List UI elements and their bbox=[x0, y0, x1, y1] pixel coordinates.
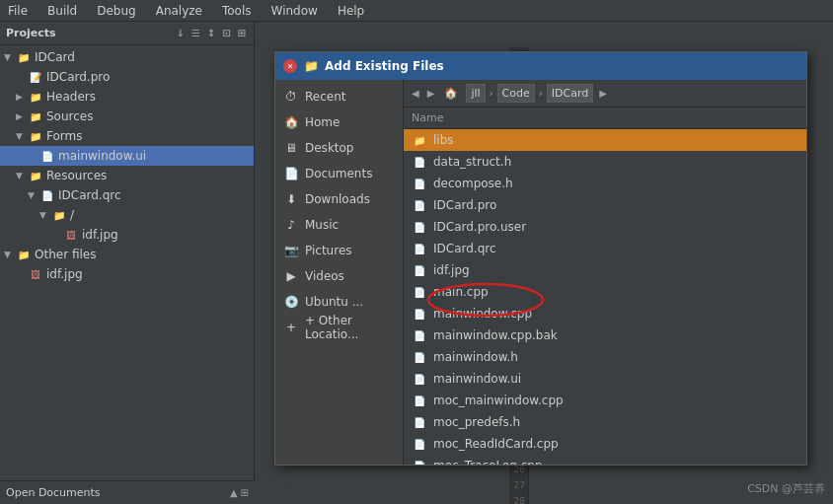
tree-item-resources[interactable]: ▼ 📁 Resources bbox=[0, 166, 254, 185]
dialog-files: ◀ ▶ 🏠 jll › Code › IDCard ▶ Name bbox=[404, 80, 806, 465]
file-item-idcard-qrc[interactable]: 📄 IDCard.qrc bbox=[404, 238, 806, 259]
file-item-mainwindow-cpp[interactable]: 📄 mainwindow.cpp bbox=[404, 303, 806, 324]
folder-icon: 📁 bbox=[28, 109, 43, 123]
file-item-idcard-pro-user[interactable]: 📄 IDCard.pro.user bbox=[404, 216, 806, 238]
tree-item-idf-jpg-res[interactable]: 🖼 idf.jpg bbox=[0, 225, 254, 245]
tree-label: Resources bbox=[46, 169, 107, 182]
panel-icon-3[interactable]: ↕ bbox=[205, 27, 217, 39]
file-name: moc_TraceLog.cpp bbox=[433, 459, 543, 465]
tree-item-sources[interactable]: ▶ 📁 Sources bbox=[0, 107, 254, 126]
file-name: moc_mainwindow.cpp bbox=[433, 394, 564, 407]
panel-icon-1[interactable]: ↓ bbox=[174, 27, 186, 39]
nav-item-music[interactable]: ♪ Music bbox=[275, 212, 403, 238]
file-icon: 📄 bbox=[412, 394, 427, 407]
file-item-idcard-pro[interactable]: 📄 IDCard.pro bbox=[404, 194, 806, 216]
menu-tools[interactable]: Tools bbox=[218, 4, 256, 18]
nav-label-desktop: Desktop bbox=[305, 141, 354, 155]
tree-label: mainwindow.ui bbox=[58, 149, 146, 163]
tree-item-idcard-pro[interactable]: 📝 IDCard.pro bbox=[0, 67, 254, 87]
nav-item-videos[interactable]: ▶ Videos bbox=[275, 263, 403, 289]
panel-icon-4[interactable]: ⊡ bbox=[220, 27, 232, 39]
tree-label: IDCard.pro bbox=[46, 70, 110, 84]
menu-build[interactable]: Build bbox=[43, 4, 81, 18]
file-item-mainwindow-cpp-bak[interactable]: 📄 mainwindow.cpp.bak bbox=[404, 324, 806, 346]
panel-header: Projects ↓ ☰ ↕ ⊡ ⊞ bbox=[0, 22, 254, 45]
nav-item-other-locations[interactable]: + + Other Locatio... bbox=[275, 315, 403, 340]
file-item-mainwindow-ui[interactable]: 📄 mainwindow.ui bbox=[404, 368, 806, 390]
nav-item-desktop[interactable]: 🖥 Desktop bbox=[275, 135, 403, 161]
file-item-libs[interactable]: 📁 libs bbox=[404, 129, 806, 151]
file-icon: 📄 bbox=[412, 177, 427, 190]
nav-item-ubuntu[interactable]: 💿 Ubuntu ... bbox=[275, 289, 403, 315]
nav-item-documents[interactable]: 📄 Documents bbox=[275, 161, 403, 186]
menu-debug[interactable]: Debug bbox=[93, 4, 139, 18]
bottom-icon-grid[interactable]: ⊞ bbox=[241, 487, 249, 498]
breadcrumb-back[interactable]: ◀ bbox=[410, 86, 421, 101]
panel-icon-2[interactable]: ☰ bbox=[189, 27, 202, 39]
breadcrumb-code[interactable]: Code bbox=[497, 84, 535, 103]
menu-file[interactable]: File bbox=[4, 4, 32, 18]
folder-icon: 📁 bbox=[28, 90, 43, 104]
jpg-icon: 🖼 bbox=[63, 228, 79, 242]
file-icon: 📄 bbox=[412, 437, 427, 451]
file-item-idf-jpg[interactable]: 📄 idf.jpg bbox=[404, 259, 806, 281]
menu-bar: File Build Debug Analyze Tools Window He… bbox=[0, 0, 833, 22]
tree-arrow: ▶ bbox=[16, 92, 28, 102]
pro-icon: 📝 bbox=[28, 70, 43, 84]
breadcrumb-next[interactable]: ▶ bbox=[597, 86, 609, 101]
tree-item-forms[interactable]: ▼ 📁 Forms bbox=[0, 126, 254, 146]
jpg-file-icon: 📄 bbox=[412, 263, 427, 277]
file-icon: 📄 bbox=[412, 459, 427, 465]
tree-item-idcard-root[interactable]: ▼ 📁 IDCard bbox=[0, 47, 254, 67]
file-item-moc-readidcard-cpp[interactable]: 📄 moc_ReadIdCard.cpp bbox=[404, 433, 806, 455]
tree-arrow: ▼ bbox=[4, 250, 16, 259]
panel-icon-5[interactable]: ⊞ bbox=[236, 27, 248, 39]
menu-window[interactable]: Window bbox=[267, 4, 322, 18]
nav-item-home[interactable]: 🏠 Home bbox=[275, 109, 403, 135]
nav-item-recent[interactable]: ⏱ Recent bbox=[275, 84, 403, 109]
menu-analyze[interactable]: Analyze bbox=[152, 4, 206, 18]
file-item-decompose-h[interactable]: 📄 decompose.h bbox=[404, 173, 806, 194]
file-item-moc-mainwindow-cpp[interactable]: 📄 moc_mainwindow.cpp bbox=[404, 390, 806, 411]
main-layout: Projects ↓ ☰ ↕ ⊡ ⊞ ▼ 📁 IDCard 📝 IDCard.p… bbox=[0, 22, 833, 504]
file-item-mainwindow-h[interactable]: 📄 mainwindow.h bbox=[404, 346, 806, 368]
breadcrumb-forward[interactable]: ▶ bbox=[425, 86, 437, 101]
file-list-header: Name bbox=[404, 108, 806, 129]
file-icon: 📄 bbox=[412, 307, 427, 321]
music-icon: ♪ bbox=[283, 217, 299, 233]
dialog-folder-icon: 📁 bbox=[303, 58, 319, 74]
file-item-moc-predefs-h[interactable]: 📄 moc_predefs.h bbox=[404, 411, 806, 433]
tree-label: Sources bbox=[46, 109, 93, 123]
menu-help[interactable]: Help bbox=[334, 4, 368, 18]
nav-item-downloads[interactable]: ⬇ Downloads bbox=[275, 186, 403, 212]
nav-label-pictures: Pictures bbox=[305, 244, 352, 257]
tree-item-headers[interactable]: ▶ 📁 Headers bbox=[0, 87, 254, 107]
breadcrumb-jll[interactable]: jll bbox=[466, 84, 485, 103]
file-icon: 📄 bbox=[412, 242, 427, 255]
file-name: moc_ReadIdCard.cpp bbox=[433, 437, 559, 451]
file-item-moc-tracelog-cpp[interactable]: 📄 moc_TraceLog.cpp bbox=[404, 455, 806, 465]
add-existing-files-dialog: ✕ 📁 Add Existing Files ⏱ Recent 🏠 Home bbox=[274, 51, 807, 466]
ubuntu-icon: 💿 bbox=[283, 294, 299, 310]
tree-item-mainwindow-ui[interactable]: 📄 mainwindow.ui bbox=[0, 146, 254, 166]
file-name-idf-jpg: idf.jpg bbox=[433, 263, 470, 277]
tree-arrow: ▶ bbox=[16, 111, 28, 121]
file-item-main-cpp[interactable]: 📄 main.cpp bbox=[404, 281, 806, 303]
file-item-data-struct-h[interactable]: 📄 data_struct.h bbox=[404, 151, 806, 173]
tree-label: Headers bbox=[46, 90, 96, 104]
folder-icon: 📁 bbox=[28, 129, 43, 143]
right-panel: Th 1 2 3 4 5 6 7 8 9 10 11 12 13 14 15 1… bbox=[255, 22, 833, 504]
dialog-close-button[interactable]: ✕ bbox=[283, 59, 297, 73]
tree-item-idcard-qrc[interactable]: ▼ 📄 IDCard.qrc bbox=[0, 185, 254, 205]
breadcrumb-idcard[interactable]: IDCard bbox=[547, 84, 593, 103]
nav-label-videos: Videos bbox=[305, 269, 344, 283]
panel-header-icons: ↓ ☰ ↕ ⊡ ⊞ bbox=[174, 27, 248, 39]
file-icon: 📄 bbox=[412, 220, 427, 234]
bottom-icon-up[interactable]: ▲ bbox=[230, 487, 238, 498]
nav-item-pictures[interactable]: 📷 Pictures bbox=[275, 238, 403, 263]
tree-item-slash[interactable]: ▼ 📁 / bbox=[0, 205, 254, 225]
breadcrumb-home[interactable]: 🏠 bbox=[440, 85, 462, 102]
tree-item-idf-jpg[interactable]: 🖼 idf.jpg bbox=[0, 264, 254, 284]
breadcrumb-sep-2: › bbox=[539, 88, 543, 99]
tree-item-other-files[interactable]: ▼ 📁 Other files bbox=[0, 245, 254, 264]
